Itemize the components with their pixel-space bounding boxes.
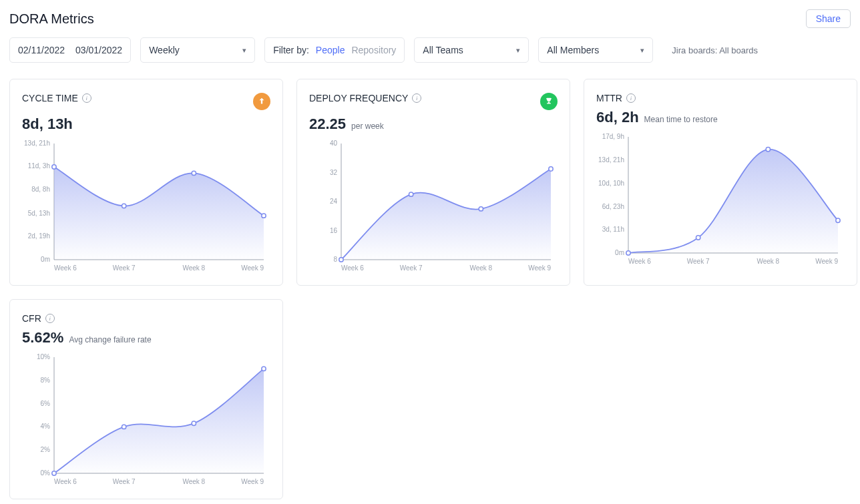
svg-text:3d, 11h: 3d, 11h	[602, 226, 624, 233]
trophy-badge	[540, 93, 558, 110]
svg-point-15	[262, 214, 266, 218]
trend-up-badge	[253, 93, 270, 110]
svg-text:Week 7: Week 7	[687, 258, 710, 265]
filter-repository-tab[interactable]: Repository	[351, 45, 396, 55]
svg-text:Week 8: Week 8	[469, 264, 492, 272]
svg-point-28	[409, 192, 413, 196]
svg-text:10d, 10h: 10d, 10h	[598, 180, 624, 187]
svg-text:17d, 9h: 17d, 9h	[602, 133, 624, 140]
members-select[interactable]: All Members ▾	[538, 37, 653, 63]
filter-by-group: Filter by: People Repository	[264, 37, 405, 63]
members-value: All Members	[547, 45, 599, 55]
chevron-down-icon: ▾	[640, 46, 644, 55]
svg-text:0%: 0%	[41, 469, 51, 477]
svg-point-60	[122, 425, 126, 429]
svg-text:2d, 19h: 2d, 19h	[28, 232, 50, 240]
svg-text:24: 24	[330, 198, 338, 205]
svg-point-45	[766, 148, 770, 152]
metric-title-text: MTTR	[596, 93, 622, 103]
svg-text:4%: 4%	[41, 423, 51, 430]
cycle-time-value: 8d, 13h	[22, 115, 73, 133]
teams-value: All Teams	[423, 45, 463, 55]
svg-text:2%: 2%	[41, 446, 51, 453]
mttr-sub: Mean time to restore	[644, 115, 718, 124]
chevron-down-icon: ▾	[242, 46, 246, 55]
svg-point-44	[696, 236, 700, 240]
svg-text:10%: 10%	[37, 353, 50, 360]
cfr-chart: 0%2%4%6%8%10%Week 6Week 7Week 8Week 9	[22, 353, 270, 487]
chevron-down-icon: ▾	[516, 46, 520, 55]
svg-text:Week 8: Week 8	[182, 264, 205, 272]
svg-point-13	[122, 204, 126, 208]
share-button[interactable]: Share	[806, 9, 851, 28]
svg-text:Week 6: Week 6	[341, 264, 364, 272]
svg-text:11d, 3h: 11d, 3h	[28, 162, 50, 170]
svg-text:Week 9: Week 9	[241, 264, 264, 272]
svg-text:Week 8: Week 8	[182, 478, 205, 485]
svg-text:16: 16	[330, 227, 338, 234]
metric-title-text: CYCLE TIME	[22, 93, 78, 103]
mttr-value: 6d, 2h	[596, 109, 639, 126]
card-mttr: MTTR i 6d, 2h Mean time to restore 0m3d,…	[584, 79, 857, 286]
cycle-time-title: CYCLE TIME i	[22, 93, 91, 103]
page-title: DORA Metrics	[9, 11, 94, 27]
filter-by-label: Filter by:	[273, 45, 309, 55]
cfr-value: 5.62%	[22, 329, 63, 346]
filter-people-tab[interactable]: People	[316, 45, 345, 55]
svg-text:Week 7: Week 7	[113, 264, 136, 272]
info-icon[interactable]: i	[45, 314, 55, 323]
svg-text:Week 6: Week 6	[628, 258, 651, 265]
svg-text:8d, 8h: 8d, 8h	[31, 186, 50, 193]
teams-select[interactable]: All Teams ▾	[414, 37, 529, 63]
trophy-icon	[544, 97, 554, 106]
svg-text:8: 8	[333, 256, 337, 263]
svg-point-29	[479, 207, 483, 211]
svg-text:Week 7: Week 7	[400, 264, 423, 272]
svg-text:Week 6: Week 6	[54, 264, 77, 272]
cycle-time-chart: 0m2d, 19h5d, 13h8d, 8h11d, 3h13d, 21hWee…	[22, 140, 270, 273]
svg-text:Week 8: Week 8	[757, 258, 779, 265]
svg-text:6d, 23h: 6d, 23h	[602, 203, 624, 210]
svg-text:32: 32	[330, 169, 338, 176]
info-icon[interactable]: i	[412, 93, 421, 103]
info-icon[interactable]: i	[82, 93, 91, 103]
svg-text:5d, 13h: 5d, 13h	[28, 210, 50, 217]
filters-row: 02/11/2022 03/01/2022 Weekly ▾ Filter by…	[9, 37, 851, 63]
deploy-frequency-chart: 816243240Week 6Week 7Week 8Week 9	[309, 140, 558, 273]
deploy-frequency-value: 22.25	[309, 115, 346, 133]
svg-point-43	[626, 251, 630, 255]
deploy-frequency-title: DEPLOY FREQUENCY i	[309, 93, 421, 103]
svg-text:Week 9: Week 9	[241, 478, 264, 485]
svg-text:Week 6: Week 6	[54, 478, 77, 485]
granularity-value: Weekly	[149, 45, 180, 55]
metric-title-text: CFR	[22, 313, 41, 324]
card-deploy-frequency: DEPLOY FREQUENCY i 22.25 per week 816243…	[296, 79, 570, 286]
svg-text:Week 9: Week 9	[815, 258, 838, 265]
deploy-frequency-sub: per week	[351, 121, 384, 131]
date-end: 03/01/2022	[75, 45, 122, 55]
cfr-sub: Avg change failure rate	[69, 335, 151, 344]
mttr-chart: 0m3d, 11h6d, 23h10d, 10h13d, 21h17d, 9hW…	[596, 133, 845, 266]
granularity-select[interactable]: Weekly ▾	[140, 37, 255, 63]
metric-title-text: DEPLOY FREQUENCY	[309, 93, 408, 103]
svg-point-12	[52, 165, 56, 169]
mttr-title: MTTR i	[596, 93, 636, 103]
svg-point-62	[262, 366, 266, 370]
svg-text:Week 7: Week 7	[113, 478, 136, 485]
svg-text:40: 40	[330, 140, 338, 147]
cfr-title: CFR i	[22, 313, 55, 324]
svg-text:8%: 8%	[41, 376, 51, 384]
svg-text:13d, 21h: 13d, 21h	[598, 156, 624, 164]
info-icon[interactable]: i	[626, 93, 636, 103]
jira-boards-label: Jira boards: All boards	[672, 45, 758, 55]
svg-text:6%: 6%	[41, 400, 51, 407]
svg-text:Week 9: Week 9	[528, 264, 551, 272]
svg-text:13d, 21h: 13d, 21h	[24, 140, 50, 147]
card-cfr: CFR i 5.62% Avg change failure rate 0%2%…	[9, 299, 283, 499]
svg-text:0m: 0m	[41, 256, 50, 263]
svg-point-14	[192, 171, 196, 175]
svg-point-30	[549, 167, 553, 171]
svg-point-59	[52, 471, 56, 475]
date-range-picker[interactable]: 02/11/2022 03/01/2022	[9, 37, 131, 63]
arrow-up-icon	[257, 97, 266, 106]
